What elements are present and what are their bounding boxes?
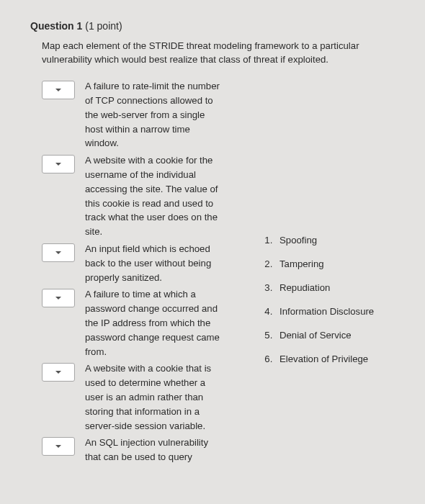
match-dropdown[interactable]: [42, 289, 75, 307]
match-dropdown[interactable]: [42, 363, 75, 382]
chevron-down-icon: [55, 86, 62, 94]
match-item: A website with a cookie for the username…: [42, 153, 258, 239]
match-item: A failure to rate-limit the number of TC…: [42, 79, 258, 150]
question-points: (1 point): [85, 20, 122, 32]
match-dropdown[interactable]: [42, 155, 75, 174]
answer-option: Spoofing: [275, 235, 402, 246]
chevron-down-icon: [55, 443, 62, 450]
chevron-down-icon: [55, 369, 62, 376]
match-dropdown[interactable]: [42, 81, 75, 99]
answer-option: Denial of Service: [275, 330, 402, 341]
match-item: An input field which is echoed back to t…: [42, 242, 258, 284]
match-item-text: A failure to rate-limit the number of TC…: [75, 79, 222, 150]
match-item: A failure to time at which a password ch…: [42, 287, 258, 359]
answer-option: Repudiation: [275, 282, 402, 293]
answer-option: Information Disclosure: [275, 306, 402, 317]
match-item-text: A website with a cookie for the username…: [75, 153, 222, 239]
chevron-down-icon: [55, 161, 62, 168]
question-prompt: Map each element of the STRIDE threat mo…: [42, 39, 395, 66]
match-item-text: An SQL injection vulnerability that can …: [75, 436, 222, 464]
match-item-text: An input field which is echoed back to t…: [75, 242, 222, 284]
question-header: Question 1 (1 point): [30, 20, 402, 32]
answer-options-column: Spoofing Tampering Repudiation Informati…: [258, 79, 402, 377]
match-item-text: A website with a cookie that is used to …: [75, 361, 222, 433]
match-items-column: A failure to rate-limit the number of TC…: [30, 79, 258, 467]
answer-options-list: Spoofing Tampering Repudiation Informati…: [261, 235, 402, 364]
answer-option: Tampering: [275, 258, 402, 269]
question-number: Question 1: [30, 20, 82, 32]
match-dropdown[interactable]: [42, 243, 75, 262]
match-item: An SQL injection vulnerability that can …: [42, 436, 258, 464]
chevron-down-icon: [55, 294, 62, 302]
match-item: A website with a cookie that is used to …: [42, 361, 258, 433]
match-item-text: A failure to time at which a password ch…: [75, 287, 222, 359]
match-dropdown[interactable]: [42, 437, 75, 456]
answer-option: Elevation of Privilege: [275, 354, 402, 364]
chevron-down-icon: [55, 249, 62, 256]
